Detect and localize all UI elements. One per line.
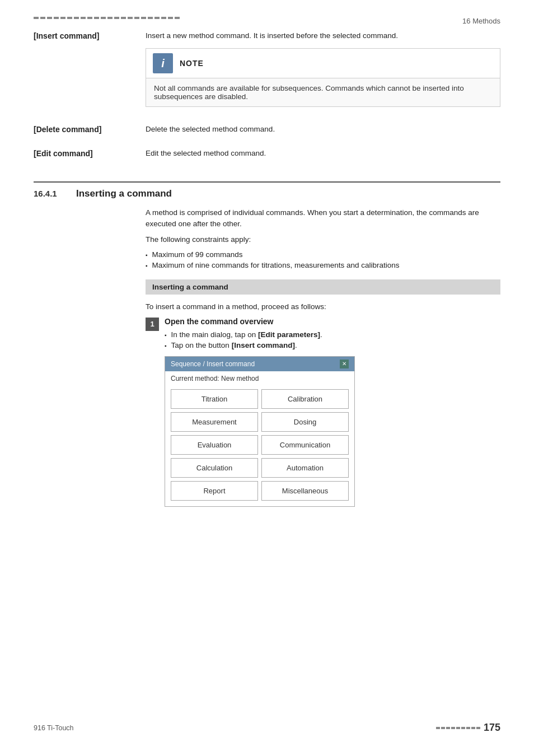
delete-command-label: [Delete command] xyxy=(34,124,146,139)
top-decoration xyxy=(34,17,500,19)
section-intro2: The following constraints apply: xyxy=(146,234,500,245)
step-1-bullet-2: Tap on the button [Insert command]. xyxy=(165,341,500,349)
step-number-box: 1 xyxy=(146,318,159,331)
delete-command-content: Delete the selected method command. xyxy=(146,124,500,139)
section-heading: 16.4.1 Inserting a command xyxy=(34,181,500,199)
edit-params-reference: [Edit parameters] xyxy=(258,330,320,339)
footer-page: 175 xyxy=(436,722,500,734)
note-header: i NOTE xyxy=(146,49,500,78)
dialog-button-grid: Titration Calibration Measurement Dosing… xyxy=(165,385,354,506)
insert-command-description: Insert a new method command. It is inser… xyxy=(146,30,500,41)
dialog-btn-automation[interactable]: Automation xyxy=(261,458,349,478)
insert-command-label: [Insert command] xyxy=(34,30,146,116)
chapter-header: 16 Methods xyxy=(462,17,500,25)
constraint-item-2: Maximum of nine commands for titrations,… xyxy=(146,261,500,269)
step-1-row: 1 Open the command overview In the main … xyxy=(146,317,500,507)
footer-product: 916 Ti-Touch xyxy=(34,724,74,732)
step-1-title: Open the command overview xyxy=(165,317,500,326)
edit-command-label: [Edit command] xyxy=(34,148,146,164)
section-content: A method is comprised of individual comm… xyxy=(146,207,500,507)
step-1-bullet-1: In the main dialog, tap on [Edit paramet… xyxy=(165,330,500,339)
section-number: 16.4.1 xyxy=(34,189,67,198)
note-title: NOTE xyxy=(180,59,204,68)
dialog-btn-calculation[interactable]: Calculation xyxy=(171,458,258,478)
insert-command-section: [Insert command] Insert a new method com… xyxy=(34,30,500,116)
note-box: i NOTE Not all commands are available fo… xyxy=(146,48,500,107)
decoration-line xyxy=(34,17,180,19)
dialog-btn-titration[interactable]: Titration xyxy=(171,389,258,409)
edit-command-content: Edit the selected method command. xyxy=(146,148,500,164)
note-body: Not all commands are available for subse… xyxy=(146,78,500,106)
insert-command-content: Insert a new method command. It is inser… xyxy=(146,30,500,116)
dialog-btn-communication[interactable]: Communication xyxy=(261,435,349,455)
section-intro1: A method is comprised of individual comm… xyxy=(146,207,500,230)
dialog-close-button[interactable]: ✕ xyxy=(340,360,349,368)
delete-command-description: Delete the selected method command. xyxy=(146,124,500,135)
note-icon: i xyxy=(153,53,173,73)
footer-page-number: 175 xyxy=(484,722,500,734)
constraints-list: Maximum of 99 commands Maximum of nine c… xyxy=(146,250,500,269)
dialog-title: Sequence / Insert command xyxy=(171,360,255,368)
insert-command-reference: [Insert command] xyxy=(232,341,295,349)
edit-command-description: Edit the selected method command. xyxy=(146,148,500,159)
footer-decoration xyxy=(436,727,480,729)
dialog-subtitle: Current method: New method xyxy=(165,371,354,385)
dialog-screenshot: Sequence / Insert command ✕ Current meth… xyxy=(165,356,355,507)
dialog-btn-miscellaneous[interactable]: Miscellaneous xyxy=(261,481,349,501)
step-1-content: Open the command overview In the main di… xyxy=(165,317,500,507)
section-title: Inserting a command xyxy=(76,188,172,199)
footer: 916 Ti-Touch 175 xyxy=(34,722,500,734)
delete-command-section: [Delete command] Delete the selected met… xyxy=(34,124,500,139)
dialog-btn-report[interactable]: Report xyxy=(171,481,258,501)
constraint-item-1: Maximum of 99 commands xyxy=(146,250,500,259)
dialog-btn-measurement[interactable]: Measurement xyxy=(171,412,258,432)
step-1-bullets: In the main dialog, tap on [Edit paramet… xyxy=(165,330,500,349)
subsection-banner: Inserting a command xyxy=(146,279,500,295)
dialog-btn-evaluation[interactable]: Evaluation xyxy=(171,435,258,455)
subsection-intro: To insert a command in a method, proceed… xyxy=(146,301,500,312)
dialog-titlebar: Sequence / Insert command ✕ xyxy=(165,357,354,371)
dialog-btn-calibration[interactable]: Calibration xyxy=(261,389,349,409)
dialog-btn-dosing[interactable]: Dosing xyxy=(261,412,349,432)
edit-command-section: [Edit command] Edit the selected method … xyxy=(34,148,500,164)
